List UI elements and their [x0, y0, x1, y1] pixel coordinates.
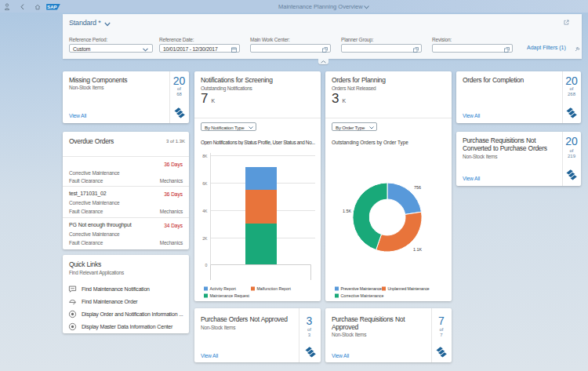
svg-text:Activity Report: Activity Report	[210, 286, 237, 291]
svg-text:0: 0	[205, 263, 208, 267]
svg-text:SAP: SAP	[47, 5, 56, 9]
svg-text:2K: 2K	[202, 236, 208, 241]
svg-text:Unplanned Maintenance: Unplanned Maintenance	[388, 286, 430, 291]
svg-text:4K: 4K	[202, 209, 208, 213]
svg-text:756: 756	[414, 185, 421, 190]
svg-text:Preventive Maintenance: Preventive Maintenance	[341, 286, 383, 291]
svg-text:Maintenance Request: Maintenance Request	[210, 293, 250, 298]
svg-text:1.1K: 1.1K	[413, 247, 422, 252]
svg-text:8K: 8K	[202, 154, 208, 158]
svg-text:1.5K: 1.5K	[343, 209, 351, 213]
svg-text:6K: 6K	[202, 181, 208, 186]
svg-text:Corrective Maintenance: Corrective Maintenance	[341, 293, 384, 298]
svg-text:Malfunction Report: Malfunction Report	[257, 286, 292, 291]
